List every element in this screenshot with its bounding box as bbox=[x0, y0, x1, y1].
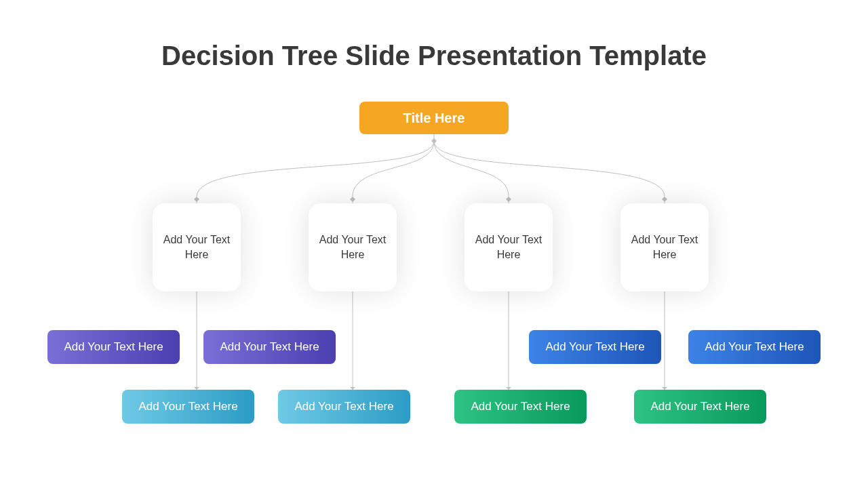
leaf-col3-bottom: Add Your Text Here bbox=[454, 390, 587, 424]
root-label: Title Here bbox=[403, 110, 465, 126]
mid-node-label: Add Your Text Here bbox=[471, 232, 546, 262]
page-title: Decision Tree Slide Presentation Templat… bbox=[0, 41, 868, 71]
mid-node-2: Add Your Text Here bbox=[309, 203, 397, 291]
mid-node-4: Add Your Text Here bbox=[620, 203, 709, 291]
leaf-label: Add Your Text Here bbox=[545, 340, 644, 354]
leaf-label: Add Your Text Here bbox=[220, 340, 319, 354]
mid-node-1: Add Your Text Here bbox=[153, 203, 241, 291]
leaf-col2-top: Add Your Text Here bbox=[203, 330, 336, 364]
leaf-col3-top: Add Your Text Here bbox=[529, 330, 661, 364]
leaf-col1-top: Add Your Text Here bbox=[47, 330, 180, 364]
leaf-label: Add Your Text Here bbox=[471, 400, 570, 413]
leaf-col2-bottom: Add Your Text Here bbox=[278, 390, 410, 424]
leaf-label: Add Your Text Here bbox=[64, 340, 163, 354]
mid-node-label: Add Your Text Here bbox=[159, 232, 234, 262]
leaf-col4-bottom: Add Your Text Here bbox=[634, 390, 766, 424]
mid-node-3: Add Your Text Here bbox=[465, 203, 553, 291]
leaf-label: Add Your Text Here bbox=[138, 400, 237, 413]
mid-node-label: Add Your Text Here bbox=[627, 232, 702, 262]
leaf-label: Add Your Text Here bbox=[650, 400, 749, 413]
leaf-label: Add Your Text Here bbox=[705, 340, 804, 354]
leaf-col1-bottom: Add Your Text Here bbox=[122, 390, 254, 424]
leaf-label: Add Your Text Here bbox=[294, 400, 393, 413]
leaf-col4-top: Add Your Text Here bbox=[688, 330, 821, 364]
mid-node-label: Add Your Text Here bbox=[315, 232, 390, 262]
root-node: Title Here bbox=[359, 102, 509, 134]
